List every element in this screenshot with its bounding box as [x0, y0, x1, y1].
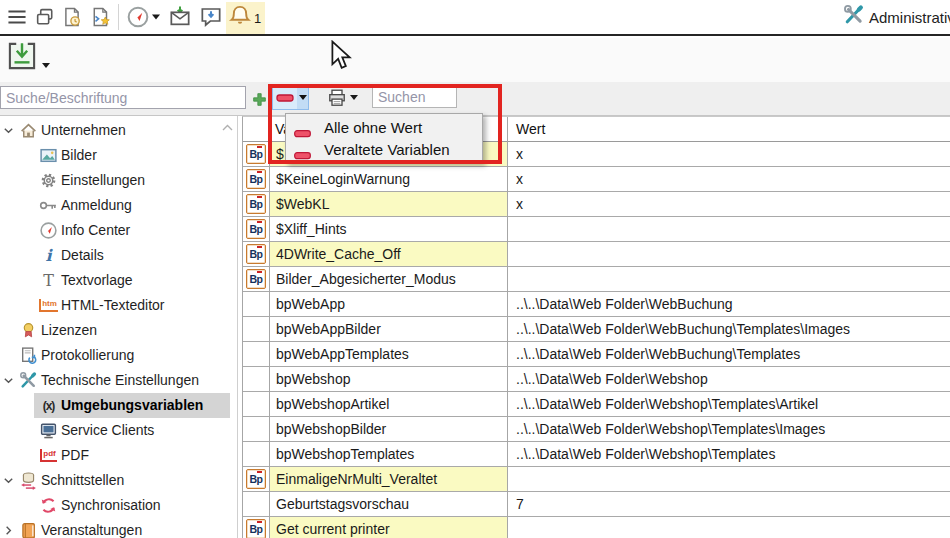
table-row[interactable]: bpWebAppBilder..\..\Data\Web Folder\WebB… [243, 317, 950, 342]
flag-cell [243, 442, 269, 466]
dropdown-caret-icon[interactable] [152, 15, 160, 20]
variable-name-cell[interactable]: bpWebAppBilder [269, 317, 507, 341]
table-search-input[interactable] [372, 86, 457, 108]
chevron-down-icon[interactable] [2, 473, 15, 491]
sidebar-item-lizenzen[interactable]: Lizenzen [0, 318, 238, 343]
variable-name-cell[interactable]: bpWebAppTemplates [269, 342, 507, 366]
bp-flag-icon: Bp [246, 269, 266, 289]
variable-name-cell[interactable]: $KeineLoginWarnung [269, 167, 507, 191]
notification-bell-button[interactable]: 1 [226, 2, 265, 34]
menu-icon[interactable] [6, 6, 28, 28]
variable-name-cell[interactable]: Get current printer [269, 517, 507, 538]
menu-item-alle-ohne-wert[interactable]: Alle ohne Wert [286, 116, 482, 138]
table-row[interactable]: Geburtstagsvorschau7 [243, 492, 950, 517]
variable-name-cell[interactable]: 4DWrite_Cache_Off [269, 242, 507, 266]
variable-value-cell[interactable]: ..\..\Data\Web Folder\Webshop\Templates\… [507, 417, 950, 441]
table-row[interactable]: bpWebshop..\..\Data\Web Folder\Webshop [243, 367, 950, 392]
sidebar-item-html-texteditor[interactable]: htmHTML-Texteditor [0, 293, 238, 318]
table-row[interactable]: bpWebApp..\..\Data\Web Folder\WebBuchung [243, 292, 950, 317]
bp-flag-icon: Bp [246, 219, 266, 239]
admin-tools-icon [843, 4, 865, 30]
sidebar-item-label: HTML-Texteditor [61, 297, 164, 313]
chevron-right-icon[interactable] [2, 523, 15, 538]
variable-value-cell[interactable]: ..\..\Data\Web Folder\Webshop [507, 367, 950, 391]
variable-value-cell[interactable]: ..\..\Data\Web Folder\Webshop\Templates\… [507, 392, 950, 416]
variable-value-cell[interactable]: ..\..\Data\Web Folder\WebBuchung\Templat… [507, 342, 950, 366]
menu-item-veraltete-variablen[interactable]: Veraltete Variablen [286, 138, 482, 160]
variable-name-cell[interactable]: bpWebshopTemplates [269, 442, 507, 466]
sidebar-item-anmeldung[interactable]: Anmeldung [0, 193, 238, 218]
variable-name-cell[interactable]: Bilder_Abgesicherter_Modus [269, 267, 507, 291]
sidebar-item-pdf[interactable]: pdfPDF [0, 443, 238, 468]
bp-flag-icon: Bp [246, 519, 266, 538]
bp-flag-icon: Bp [246, 194, 266, 214]
add-variable-button[interactable] [252, 87, 270, 111]
table-row[interactable]: BpEinmaligeNrMulti_Veraltet [243, 467, 950, 492]
sidebar-item-textvorlage[interactable]: TTextvorlage [0, 268, 238, 293]
comment-download-icon[interactable] [199, 5, 223, 29]
variable-value-cell[interactable]: x [507, 192, 950, 216]
variable-value-cell[interactable] [507, 467, 950, 491]
variable-name-cell[interactable]: Geburtstagsvorschau [269, 492, 507, 516]
table-row[interactable]: Bp$Xliff_Hints [243, 217, 950, 242]
copy-windows-icon[interactable] [34, 6, 56, 28]
print-button[interactable] [327, 85, 365, 110]
admin-mode-indicator[interactable]: Administrativ [843, 4, 950, 30]
minus-icon[interactable] [273, 86, 297, 109]
variable-value-cell[interactable]: ..\..\Data\Web Folder\WebBuchung [507, 292, 950, 316]
document-clock-icon[interactable] [61, 6, 83, 28]
table-row[interactable]: bpWebshopTemplates..\..\Data\Web Folder\… [243, 442, 950, 467]
variable-value-cell[interactable]: 7 [507, 492, 950, 516]
chevron-down-icon[interactable] [2, 373, 15, 391]
sidebar-item-umgebungsvariablen[interactable]: (x)Umgebungsvariablen [0, 393, 238, 418]
variable-value-cell[interactable] [507, 217, 950, 241]
sidebar-item-service-clients[interactable]: Service Clients [0, 418, 238, 443]
variables-table: Variable Wert Bp$xBp$KeineLoginWarnungxB… [242, 116, 950, 538]
sidebar-item-technische-einstellungen[interactable]: Technische Einstellungen [0, 368, 238, 393]
variable-name-cell[interactable]: EinmaligeNrMulti_Veraltet [269, 467, 507, 491]
variable-name-cell[interactable]: $Xliff_Hints [269, 217, 507, 241]
mail-download-icon[interactable] [168, 5, 192, 29]
variable-name-cell[interactable]: bpWebApp [269, 292, 507, 316]
sidebar-item-bilder[interactable]: Bilder [0, 143, 238, 168]
import-dropdown-caret-icon[interactable] [42, 54, 50, 72]
remove-filter-button[interactable] [272, 85, 309, 110]
variable-value-cell[interactable]: ..\..\Data\Web Folder\Webshop\Templates [507, 442, 950, 466]
column-header-wert[interactable]: Wert [516, 121, 545, 137]
variable-value-cell[interactable]: x [507, 167, 950, 191]
minus-dropdown-caret-icon[interactable] [297, 86, 308, 109]
table-row[interactable]: BpBilder_Abgesicherter_Modus [243, 267, 950, 292]
document-star-icon[interactable] [89, 6, 113, 28]
variable-name-cell[interactable]: bpWebshopArtikel [269, 392, 507, 416]
search-input[interactable] [0, 86, 246, 109]
sidebar-item-details[interactable]: iDetails [0, 243, 238, 268]
sidebar-item-unternehmen[interactable]: Unternehmen [0, 118, 238, 143]
sidebar-item-veranstaltungen[interactable]: Veranstaltungen [0, 518, 238, 538]
variable-name-cell[interactable]: $WebKL [269, 192, 507, 216]
sidebar-item-protokollierung[interactable]: Protokollierung [0, 343, 238, 368]
table-row[interactable]: Bp4DWrite_Cache_Off [243, 242, 950, 267]
sidebar-item-info-center[interactable]: Info Center [0, 218, 238, 243]
table-row[interactable]: Bp$WebKLx [243, 192, 950, 217]
compass-icon[interactable] [126, 5, 150, 29]
table-row[interactable]: bpWebshopArtikel..\..\Data\Web Folder\We… [243, 392, 950, 417]
variable-name-cell[interactable]: bpWebshopBilder [269, 417, 507, 441]
table-row[interactable]: bpWebshopBilder..\..\Data\Web Folder\Web… [243, 417, 950, 442]
sidebar-item-schnittstellen[interactable]: Schnittstellen [0, 468, 238, 493]
table-row[interactable]: Bp$KeineLoginWarnungx [243, 167, 950, 192]
variable-value-cell[interactable] [507, 517, 950, 538]
import-icon[interactable] [7, 41, 37, 75]
chevron-down-icon[interactable] [2, 123, 15, 141]
table-row[interactable]: BpGet current printer [243, 517, 950, 538]
variable-value-cell[interactable]: x [507, 142, 950, 166]
variable-value-cell[interactable] [507, 242, 950, 266]
variable-value-cell[interactable]: ..\..\Data\Web Folder\WebBuchung\Templat… [507, 317, 950, 341]
house-icon [19, 121, 38, 140]
variable-value-cell[interactable] [507, 267, 950, 291]
table-row[interactable]: bpWebAppTemplates..\..\Data\Web Folder\W… [243, 342, 950, 367]
printer-dropdown-caret-icon[interactable] [350, 95, 358, 100]
variable-name-cell[interactable]: bpWebshop [269, 367, 507, 391]
sidebar-item-synchronisation[interactable]: Synchronisation [0, 493, 238, 518]
pdf-icon: pdf [39, 446, 58, 465]
sidebar-item-einstellungen[interactable]: Einstellungen [0, 168, 238, 193]
